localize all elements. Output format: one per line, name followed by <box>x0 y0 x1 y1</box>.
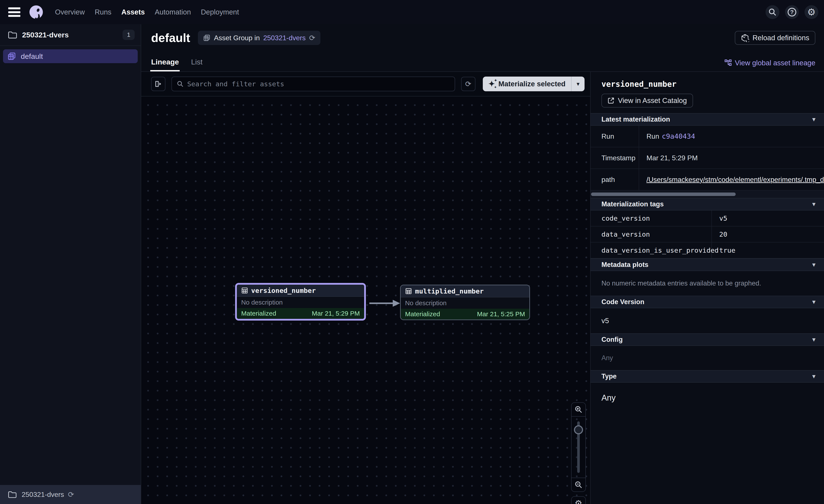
lineage-edge-arrow <box>369 297 401 310</box>
graph-toolbar: ⟳ ✦✦✦ Materialize selected ▾ <box>141 72 590 97</box>
asset-node-description: No description <box>241 299 283 306</box>
top-nav: Overview Runs Assets Automation Deployme… <box>0 0 824 24</box>
nav-item-assets[interactable]: Assets <box>121 8 145 16</box>
settings-button[interactable]: ⚙ <box>805 5 818 19</box>
tag-row: data_version 20 <box>591 227 824 243</box>
zoom-out-icon <box>575 481 583 489</box>
dagster-app: Overview Runs Assets Automation Deployme… <box>0 0 824 504</box>
section-config[interactable]: Config ▼ <box>591 333 824 346</box>
page-header: default Asset Group in 250321-dvers ⟳ Re… <box>141 24 824 72</box>
asset-search-input[interactable] <box>187 80 450 88</box>
refresh-graph-button[interactable]: ⟳ <box>461 77 476 91</box>
chevron-down-icon: ▼ <box>811 336 817 343</box>
canvas-zoom-controls: ⚙ <box>571 402 586 504</box>
help-button[interactable]: ? <box>785 5 799 19</box>
panel-expand-icon <box>154 80 163 88</box>
run-prefix: Run <box>646 132 659 140</box>
view-global-asset-lineage-label: View global asset lineage <box>735 59 815 67</box>
sidebar-group-row[interactable]: 250321-dvers 1 <box>0 24 141 46</box>
zoom-out-button[interactable] <box>572 478 586 491</box>
sidebar-item-default[interactable]: default <box>3 49 138 63</box>
search-button[interactable] <box>765 5 780 19</box>
section-code-version[interactable]: Code Version ▼ <box>591 296 824 308</box>
zoom-slider-thumb[interactable] <box>574 425 583 434</box>
sidebar-group-label: 250321-dvers <box>22 31 69 39</box>
config-value: Any <box>591 346 824 370</box>
materialize-selected-button: ✦✦✦ Materialize selected ▾ <box>483 77 585 91</box>
help-icon: ? <box>788 8 796 16</box>
badge-repo-link[interactable]: 250321-dvers <box>263 34 306 42</box>
asset-name-title: versioned_number <box>601 80 824 89</box>
asset-node-name: versioned_number <box>251 287 316 294</box>
horizontal-scrollbar-thumb[interactable] <box>591 193 736 196</box>
section-materialization-tags[interactable]: Materialization tags ▼ <box>591 198 824 211</box>
badge-prefix: Asset Group in <box>214 34 260 42</box>
zoom-slider[interactable] <box>572 417 586 478</box>
path-link[interactable]: /Users/smackesey/stm/code/elementl/exper… <box>646 176 824 183</box>
gear-icon: ⚙ <box>807 7 816 17</box>
chevron-down-icon: ▼ <box>811 201 817 208</box>
dagster-logo-icon[interactable] <box>29 5 43 19</box>
reload-definitions-button[interactable]: Reload definitions <box>735 31 815 45</box>
asset-group-icon <box>203 34 210 41</box>
metadata-plots-empty-message: No numeric metadata entries available to… <box>591 271 824 296</box>
reload-definitions-label: Reload definitions <box>752 34 809 42</box>
refresh-icon[interactable]: ⟳ <box>309 33 315 42</box>
asset-node-name: multiplied_number <box>415 287 484 295</box>
lineage-canvas[interactable]: versioned_number No description Material… <box>141 97 590 504</box>
folder-icon <box>8 31 17 38</box>
hamburger-menu-icon[interactable] <box>8 7 20 17</box>
zoom-in-icon <box>575 405 583 413</box>
folder-icon <box>8 491 16 498</box>
nav-item-overview[interactable]: Overview <box>55 8 85 16</box>
refresh-icon: ⟳ <box>465 80 472 88</box>
latest-run-row: Run Run c9a40434 <box>591 126 824 147</box>
asset-node-description: No description <box>405 299 447 307</box>
search-icon <box>768 8 777 16</box>
view-global-asset-lineage-link[interactable]: View global asset lineage <box>724 59 815 72</box>
nav-item-deployment[interactable]: Deployment <box>201 8 239 16</box>
reload-cube-icon <box>741 34 749 42</box>
section-latest-materialization[interactable]: Latest materialization ▼ <box>591 113 824 126</box>
zoom-in-button[interactable] <box>572 403 586 417</box>
materialize-selected-main[interactable]: ✦✦✦ Materialize selected <box>483 80 571 88</box>
tag-key: data_version_is_user_provided <box>591 243 712 258</box>
graph-settings-button[interactable]: ⚙ <box>571 496 586 504</box>
tag-key: data_version <box>591 227 712 242</box>
section-metadata-plots[interactable]: Metadata plots ▼ <box>591 258 824 271</box>
gear-icon: ⚙ <box>575 499 583 504</box>
tag-value: v5 <box>712 211 727 226</box>
row-key: Timestamp <box>591 147 639 168</box>
status-label: Materialized <box>241 310 276 317</box>
sparkles-icon: ✦✦✦ <box>489 80 495 88</box>
nav-links: Overview Runs Assets Automation Deployme… <box>55 8 239 16</box>
nav-item-runs[interactable]: Runs <box>95 8 111 16</box>
expand-sidebar-button[interactable] <box>151 77 166 91</box>
tab-list[interactable]: List <box>191 58 202 72</box>
tag-value: 20 <box>712 227 727 242</box>
asset-node-multiplied-number[interactable]: multiplied_number No description Materia… <box>400 285 530 320</box>
materialized-status-bar: Materialized Mar 21, 5:29 PM <box>237 308 364 319</box>
section-type[interactable]: Type ▼ <box>591 370 824 383</box>
tag-row: data_version_is_user_provided true <box>591 243 824 258</box>
run-id-link[interactable]: c9a40434 <box>662 132 695 140</box>
page-title: default <box>151 31 190 45</box>
search-icon <box>177 80 184 88</box>
tag-key: code_version <box>591 211 712 226</box>
chevron-down-icon: ▼ <box>811 116 817 123</box>
external-link-icon <box>608 97 614 104</box>
lineage-canvas-column: ⟳ ✦✦✦ Materialize selected ▾ versioned_n… <box>141 72 590 504</box>
tag-row: code_version v5 <box>591 211 824 227</box>
asset-details-panel: versioned_number View in Asset Catalog L… <box>590 72 824 504</box>
asset-group-icon <box>7 52 16 60</box>
tab-lineage[interactable]: Lineage <box>151 58 179 72</box>
chevron-down-icon: ▼ <box>811 299 817 305</box>
view-in-asset-catalog-button[interactable]: View in Asset Catalog <box>601 94 693 108</box>
materialize-dropdown-button[interactable]: ▾ <box>572 81 585 87</box>
latest-timestamp-row: Timestamp Mar 21, 5:29 PM <box>591 147 824 169</box>
nav-item-automation[interactable]: Automation <box>155 8 191 16</box>
refresh-icon[interactable]: ⟳ <box>68 490 74 499</box>
asset-node-versioned-number[interactable]: versioned_number No description Material… <box>235 283 366 321</box>
lineage-graph-icon <box>724 59 732 67</box>
chevron-down-icon: ▼ <box>811 261 817 268</box>
